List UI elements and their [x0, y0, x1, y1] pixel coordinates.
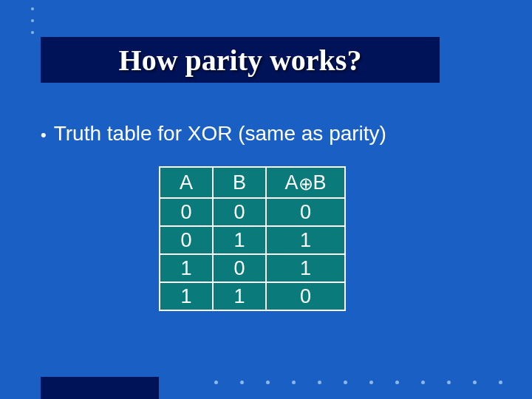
cell: 1	[266, 226, 345, 254]
dot-icon	[214, 381, 218, 384]
accent-bar	[41, 377, 159, 399]
dot-icon	[447, 381, 451, 384]
table-row: 0 0 0	[160, 198, 345, 226]
cell: 0	[160, 198, 213, 226]
dot-icon	[473, 381, 477, 384]
cell: 0	[213, 198, 266, 226]
cell: 1	[266, 254, 345, 282]
bullet-row: • Truth table for XOR (same as parity)	[41, 122, 386, 146]
truth-table: A B A⊕B 0 0 0 0 1 1 1 0 1 1 1 0	[159, 166, 346, 311]
dot-icon	[31, 19, 34, 22]
col-header-b: B	[213, 167, 266, 198]
decorative-dots-horizontal	[214, 381, 502, 384]
cell: 0	[213, 254, 266, 282]
dot-icon	[318, 381, 321, 384]
cell: 1	[160, 282, 213, 310]
cell: 0	[266, 282, 345, 310]
dot-icon	[31, 31, 34, 34]
title-bar: How parity works?	[41, 37, 440, 83]
table-row: 1 1 0	[160, 282, 345, 310]
cell: 1	[213, 226, 266, 254]
col-header-result-b: B	[313, 171, 327, 194]
bullet-text: Truth table for XOR (same as parity)	[54, 122, 386, 146]
dot-icon	[421, 381, 425, 384]
cell: 1	[160, 254, 213, 282]
dot-icon	[395, 381, 399, 384]
cell: 1	[213, 282, 266, 310]
table-row: 1 0 1	[160, 254, 345, 282]
dot-icon	[499, 381, 502, 384]
dot-icon	[240, 381, 244, 384]
col-header-result: A⊕B	[266, 167, 345, 198]
dot-icon	[292, 381, 296, 384]
col-header-a: A	[160, 167, 213, 198]
dot-icon	[266, 381, 270, 384]
bullet-icon: •	[41, 125, 47, 146]
col-header-result-a: A	[284, 171, 298, 194]
table-row: 0 1 1	[160, 226, 345, 254]
slide-title: How parity works?	[119, 43, 362, 78]
cell: 0	[160, 226, 213, 254]
cell: 0	[266, 198, 345, 226]
decorative-dots-vertical	[31, 7, 34, 34]
xor-icon: ⊕	[299, 173, 313, 193]
dot-icon	[369, 381, 373, 384]
dot-icon	[31, 7, 34, 10]
dot-icon	[344, 381, 347, 384]
